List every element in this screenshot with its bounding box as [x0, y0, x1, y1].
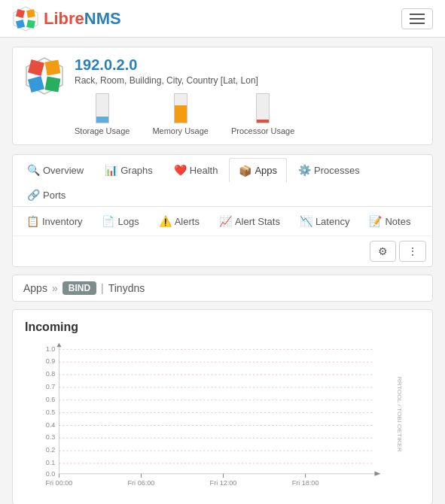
- chart-svg: 1.0 0.9 0.8 0.7 0.6 0.5 0.4 0.3 0.2 0.1 …: [25, 343, 420, 493]
- svg-rect-7: [45, 60, 61, 76]
- svg-text:0.6: 0.6: [46, 396, 56, 403]
- alert-stats-icon: 📈: [219, 215, 232, 227]
- svg-text:Fri 00:00: Fri 00:00: [46, 479, 73, 487]
- logs-icon: 📄: [102, 215, 114, 227]
- more-options-button[interactable]: ⋮: [399, 241, 426, 262]
- tab-logs-label: Logs: [117, 216, 139, 227]
- storage-usage-item: Storage Usage: [75, 93, 130, 135]
- device-location: Rack, Room, Building, City, Country [Lat…: [75, 75, 420, 86]
- tab-graphs[interactable]: 📊 Graphs: [95, 158, 163, 181]
- storage-bar: [96, 93, 109, 123]
- svg-rect-9: [45, 77, 61, 93]
- breadcrumb-apps-link[interactable]: Apps: [23, 282, 47, 294]
- tab-notes-label: Notes: [385, 216, 410, 227]
- svg-marker-42: [56, 343, 61, 347]
- processor-usage-label: Processor Usage: [231, 126, 294, 135]
- svg-text:0.1: 0.1: [46, 459, 56, 466]
- svg-text:0.3: 0.3: [46, 433, 56, 441]
- processor-bar-fill: [257, 120, 269, 123]
- svg-text:0.4: 0.4: [46, 421, 56, 428]
- svg-text:1.0: 1.0: [46, 345, 56, 352]
- ports-icon: 🔗: [27, 189, 40, 201]
- main-content: 192.0.2.0 Rack, Room, Building, City, Co…: [0, 38, 445, 504]
- storage-usage-label: Storage Usage: [75, 126, 130, 135]
- breadcrumb-tinydns-link[interactable]: Tinydns: [108, 282, 145, 294]
- breadcrumb-chevron: »: [52, 282, 58, 294]
- action-row: ⚙ ⋮: [13, 235, 432, 266]
- chart-title: Incoming: [25, 320, 420, 334]
- tab-alerts-label: Alerts: [175, 216, 200, 227]
- tab-logs[interactable]: 📄 Logs: [93, 210, 148, 232]
- hamburger-line1: [410, 14, 425, 15]
- tab-inventory-label: Inventory: [42, 216, 82, 227]
- overview-icon: 🔍: [27, 164, 40, 176]
- tab-overview-label: Overview: [43, 165, 84, 176]
- processor-usage-item: Processor Usage: [231, 93, 294, 135]
- tab-alerts[interactable]: ⚠️ Alerts: [150, 210, 209, 232]
- svg-text:0.5: 0.5: [46, 408, 56, 416]
- tab-latency-label: Latency: [315, 216, 350, 227]
- tab-overview[interactable]: 🔍 Overview: [17, 158, 93, 181]
- svg-rect-1: [16, 8, 25, 17]
- tab-latency[interactable]: 📉 Latency: [291, 210, 359, 232]
- usage-bars: Storage Usage Memory Usage Processor Usa…: [75, 93, 420, 135]
- svg-text:0.8: 0.8: [46, 370, 56, 378]
- memory-bar: [174, 93, 187, 123]
- alerts-icon: ⚠️: [159, 215, 172, 227]
- nav-tabs-row2: 📋 Inventory 📄 Logs ⚠️ Alerts 📈 Alert Sta…: [13, 207, 432, 235]
- breadcrumb-bind-badge[interactable]: BIND: [62, 281, 96, 295]
- tab-ports[interactable]: 🔗 Ports: [17, 183, 75, 206]
- svg-text:RRTOOL / TOBI OETIKER: RRTOOL / TOBI OETIKER: [396, 377, 403, 452]
- nav-tabs: 🔍 Overview 📊 Graphs ❤️ Health 📦 Apps ⚙️ …: [12, 154, 433, 267]
- chart-panel: Incoming 1.0 0.9 0.8 0.7 0.6 0.5 0.4 0.3…: [12, 309, 433, 504]
- settings-icon: ⚙: [378, 245, 388, 257]
- graphs-icon: 📊: [105, 164, 117, 176]
- tab-alert-stats[interactable]: 📈 Alert Stats: [210, 210, 289, 232]
- health-icon: ❤️: [174, 164, 187, 176]
- tab-health[interactable]: ❤️ Health: [164, 158, 228, 181]
- nav-tabs-row1: 🔍 Overview 📊 Graphs ❤️ Health 📦 Apps ⚙️ …: [13, 155, 432, 207]
- navbar: LibreNMS: [0, 0, 445, 38]
- tab-inventory[interactable]: 📋 Inventory: [17, 210, 91, 232]
- tab-processes-label: Processes: [314, 165, 360, 176]
- navbar-toggle-button[interactable]: [401, 8, 433, 29]
- notes-icon: 📝: [369, 215, 382, 227]
- tab-health-label: Health: [190, 165, 218, 176]
- device-logo-icon: [25, 56, 64, 96]
- chart-area: 1.0 0.9 0.8 0.7 0.6 0.5 0.4 0.3 0.2 0.1 …: [25, 343, 420, 493]
- svg-rect-4: [26, 20, 35, 29]
- svg-text:0.9: 0.9: [46, 357, 56, 365]
- svg-rect-8: [28, 76, 44, 93]
- svg-rect-2: [26, 9, 35, 18]
- tab-processes[interactable]: ⚙️ Processes: [288, 158, 370, 181]
- more-icon: ⋮: [407, 245, 418, 257]
- svg-text:Fri 06:00: Fri 06:00: [128, 479, 155, 487]
- device-info: 192.0.2.0 Rack, Room, Building, City, Co…: [75, 56, 420, 135]
- hamburger-line2: [410, 18, 425, 20]
- memory-usage-item: Memory Usage: [152, 93, 209, 135]
- device-ip-link[interactable]: 192.0.2.0: [75, 56, 137, 73]
- svg-marker-41: [374, 472, 380, 476]
- svg-text:0.2: 0.2: [46, 446, 56, 454]
- settings-button[interactable]: ⚙: [370, 241, 396, 262]
- device-card: 192.0.2.0 Rack, Room, Building, City, Co…: [12, 47, 433, 145]
- svg-text:0.7: 0.7: [46, 383, 56, 390]
- latency-icon: 📉: [300, 215, 312, 227]
- breadcrumb: Apps » BIND | Tinydns: [12, 275, 433, 302]
- processes-icon: ⚙️: [298, 164, 311, 176]
- logo-icon: [12, 5, 39, 32]
- breadcrumb-separator: |: [101, 282, 104, 294]
- tab-apps[interactable]: 📦 Apps: [229, 158, 287, 182]
- tab-alert-stats-label: Alert Stats: [235, 216, 280, 227]
- svg-text:Fri 12:00: Fri 12:00: [210, 479, 237, 487]
- storage-bar-fill: [96, 117, 108, 123]
- tab-apps-label: Apps: [255, 165, 277, 176]
- brand-text: LibreNMS: [44, 9, 121, 29]
- svg-text:0.0: 0.0: [46, 470, 56, 478]
- apps-icon: 📦: [239, 165, 251, 177]
- memory-usage-label: Memory Usage: [152, 126, 209, 135]
- svg-rect-6: [28, 59, 44, 76]
- inventory-icon: 📋: [26, 215, 39, 227]
- tab-notes[interactable]: 📝 Notes: [360, 210, 419, 232]
- svg-text:Fri 18:00: Fri 18:00: [292, 479, 319, 487]
